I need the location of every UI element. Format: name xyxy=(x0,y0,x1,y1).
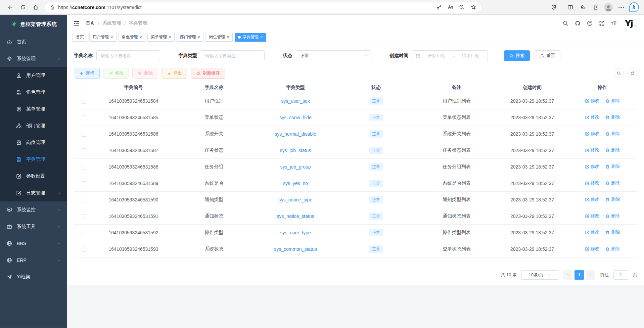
row-edit-link[interactable]: 修改 xyxy=(585,163,599,170)
tab-close-icon[interactable]: × xyxy=(198,35,200,39)
sidebar-item-system-monitor[interactable]: 系统监控 xyxy=(0,201,67,218)
sidebar-item-log-mgmt[interactable]: 日志管理 xyxy=(0,185,67,201)
page-number-1[interactable]: 1 xyxy=(574,270,584,280)
dict-type-link[interactable]: sys_oper_type xyxy=(280,230,311,235)
sidebar-item-home[interactable]: 首页 xyxy=(0,34,67,50)
sidebar-item-system-mgmt[interactable]: 系统管理 xyxy=(0,50,67,67)
browser-refresh-button[interactable] xyxy=(17,2,29,13)
refresh-table-button[interactable] xyxy=(627,68,637,78)
row-delete-link[interactable]: 删除 xyxy=(605,147,620,153)
row-checkbox[interactable] xyxy=(82,115,86,120)
row-delete-link[interactable]: 删除 xyxy=(605,213,620,219)
sidebar-item-erp[interactable]: ERP xyxy=(0,252,67,269)
search-icon[interactable] xyxy=(563,20,568,26)
sidebar-item-post-mgmt[interactable]: 岗位管理 xyxy=(0,134,67,151)
toggle-search-button[interactable] xyxy=(614,68,624,78)
row-edit-link[interactable]: 修改 xyxy=(585,213,599,219)
export-button[interactable]: 导出 xyxy=(162,68,187,79)
tab-close-icon[interactable]: × xyxy=(260,35,263,39)
sidebar-item-yi-framework[interactable]: Yi框架 xyxy=(0,269,67,285)
row-checkbox[interactable] xyxy=(82,247,86,252)
lock-icon[interactable] xyxy=(50,5,55,10)
tab-close-icon[interactable]: × xyxy=(140,35,142,39)
row-checkbox[interactable] xyxy=(82,99,86,104)
url-text[interactable]: https://ccnetcore.com:1101/system/dict xyxy=(58,5,434,10)
tab[interactable]: 部门管理 × xyxy=(177,33,204,42)
sidebar-item-dept-mgmt[interactable]: 部门管理 xyxy=(0,118,67,134)
sidebar-item-param-settings[interactable]: 参数设置 xyxy=(0,168,67,185)
favorites-bar-icon[interactable] xyxy=(577,2,589,13)
row-delete-link[interactable]: 删除 xyxy=(605,180,620,186)
delete-button[interactable]: 删除 xyxy=(132,68,158,79)
row-edit-link[interactable]: 修改 xyxy=(585,131,599,137)
browser-back-button[interactable] xyxy=(4,2,16,13)
tab-close-icon[interactable]: × xyxy=(110,35,113,39)
row-checkbox[interactable] xyxy=(82,231,86,235)
dict-name-input[interactable] xyxy=(96,50,160,61)
goto-page-input[interactable] xyxy=(613,270,628,280)
browser-essentials-icon[interactable] xyxy=(548,2,560,13)
tab[interactable]: 岗位管理 × xyxy=(205,33,233,42)
browser-profile-avatar[interactable] xyxy=(602,2,614,13)
row-checkbox[interactable] xyxy=(82,165,86,170)
user-logo-dropdown[interactable]: Yj xyxy=(625,19,638,28)
row-delete-link[interactable]: 删除 xyxy=(605,196,620,202)
add-favorite-star-icon[interactable] xyxy=(468,3,478,12)
dict-type-link[interactable]: sys_common_status xyxy=(274,246,317,252)
sidebar-item-role-mgmt[interactable]: 角色管理 xyxy=(0,84,67,101)
refresh-cache-button[interactable]: 刷新缓存 xyxy=(191,68,225,79)
row-edit-link[interactable]: 修改 xyxy=(585,114,599,120)
tab-close-icon[interactable]: × xyxy=(227,35,229,39)
sidebar-item-bbs[interactable]: BBS xyxy=(0,235,67,252)
app-logo[interactable]: 意框架管理系统 xyxy=(0,15,67,34)
row-edit-link[interactable]: 修改 xyxy=(585,196,599,202)
fullscreen-icon[interactable] xyxy=(599,20,605,26)
dict-type-link[interactable]: sys_yes_no xyxy=(283,181,308,186)
collections-icon[interactable] xyxy=(590,2,602,13)
row-edit-link[interactable]: 修改 xyxy=(585,180,599,186)
tab[interactable]: 字典管理 × xyxy=(235,33,266,42)
dict-type-link[interactable]: sys_job_status xyxy=(280,148,311,153)
prev-page-button[interactable] xyxy=(563,270,572,280)
row-edit-link[interactable]: 修改 xyxy=(585,229,599,235)
next-page-button[interactable] xyxy=(586,270,595,280)
browser-home-button[interactable] xyxy=(30,2,42,13)
row-delete-link[interactable]: 删除 xyxy=(605,229,620,235)
github-icon[interactable] xyxy=(575,20,581,26)
row-delete-link[interactable]: 删除 xyxy=(605,98,620,104)
breadcrumb-home[interactable]: 首页 xyxy=(86,20,95,26)
edit-button[interactable]: 修改 xyxy=(103,68,129,79)
row-delete-link[interactable]: 删除 xyxy=(605,246,620,252)
tab[interactable]: 角色管理 × xyxy=(119,33,146,42)
select-all-checkbox[interactable] xyxy=(82,86,86,90)
dict-type-link[interactable]: sys_normal_disable xyxy=(275,131,316,137)
sidebar-collapse-icon[interactable] xyxy=(73,20,80,27)
browser-settings-menu-icon[interactable] xyxy=(615,2,627,13)
row-edit-link[interactable]: 修改 xyxy=(585,147,599,153)
row-checkbox[interactable] xyxy=(82,214,86,219)
tab[interactable]: 菜单管理 × xyxy=(147,33,175,42)
date-range-picker[interactable]: 开始日期 - 结束日期 xyxy=(412,50,488,61)
address-bar[interactable]: https://ccnetcore.com:1101/system/dict xyxy=(45,2,481,13)
row-delete-link[interactable]: 删除 xyxy=(605,114,620,120)
sidebar-item-dict-mgmt[interactable]: 字典管理 xyxy=(0,151,67,168)
status-select[interactable]: 正常 xyxy=(296,50,371,61)
sidebar-item-user-mgmt[interactable]: 用户管理 xyxy=(0,67,67,84)
page-size-select[interactable]: 10条/页 xyxy=(521,270,558,280)
row-checkbox[interactable] xyxy=(82,181,86,186)
dict-type-link[interactable]: sys_notice_type xyxy=(279,197,312,202)
copilot-icon[interactable]: b xyxy=(628,2,640,13)
row-checkbox[interactable] xyxy=(82,148,86,153)
row-delete-link[interactable]: 删除 xyxy=(605,163,620,170)
dict-type-link[interactable]: sys_job_group xyxy=(280,164,311,170)
tab[interactable]: 首页 xyxy=(73,33,87,42)
help-icon[interactable] xyxy=(587,20,593,26)
sidebar-item-system-tools[interactable]: 系统工具 xyxy=(0,218,67,235)
dict-type-link[interactable]: sys_notice_status xyxy=(277,214,314,219)
dict-type-link[interactable]: sys_show_hide xyxy=(279,115,312,120)
tab-close-icon[interactable]: × xyxy=(169,35,171,39)
row-checkbox[interactable] xyxy=(82,198,86,202)
read-aloud-icon[interactable] xyxy=(445,3,455,12)
sidebar-item-menu-mgmt[interactable]: 菜单管理 xyxy=(0,101,67,118)
row-delete-link[interactable]: 删除 xyxy=(605,131,620,137)
